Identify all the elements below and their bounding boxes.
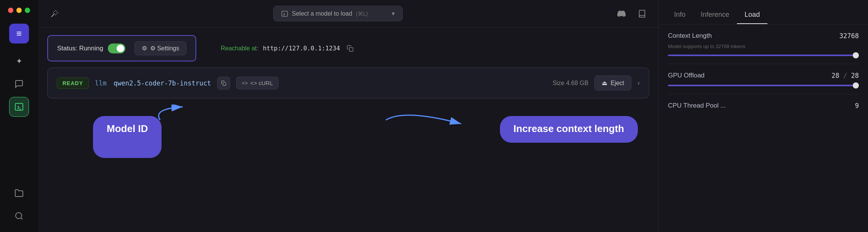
wand-button[interactable] <box>47 6 62 21</box>
right-tabs: Info Inference Load <box>659 0 868 24</box>
context-length-note: Model supports up to 32768 tokens <box>668 44 859 49</box>
gpu-slider-fill <box>668 85 859 86</box>
sidebar-item-wand[interactable]: ✦ <box>9 51 29 71</box>
curl-button[interactable]: <> <> cURL <box>236 77 279 89</box>
right-panel: Info Inference Load Context Length 32768… <box>658 0 868 232</box>
eject-icon: ⏏ <box>602 79 607 87</box>
gpu-offload-slider[interactable] <box>668 85 859 86</box>
context-length-row: Context Length 32768 <box>668 32 859 40</box>
book-icon[interactable] <box>635 6 649 21</box>
model-selector-shortcut: (⌘L) <box>356 11 368 17</box>
context-length-label: Context Length <box>668 32 712 40</box>
close-button[interactable] <box>8 8 13 13</box>
svg-rect-4 <box>282 11 288 16</box>
curl-icon: <> <box>242 80 248 86</box>
reachable-area: Reachable at: http://127.0.0.1:1234 <box>221 43 356 54</box>
content-area: Status: Running ⚙ ⚙ Settings Reachable a… <box>38 27 658 232</box>
maximize-button[interactable] <box>25 8 30 13</box>
status-bar: Status: Running ⚙ ⚙ Settings <box>47 35 196 61</box>
model-size: Size 4.68 GB <box>553 80 588 87</box>
topbar-right <box>614 6 649 21</box>
divider-1 <box>668 64 859 64</box>
slider-fill <box>668 55 859 56</box>
model-card: READY llm qwen2.5-coder-7b-instruct <> <box>47 68 649 98</box>
copy-url-button[interactable] <box>344 43 356 54</box>
cpu-thread-pool-label: CPU Thread Pool ... <box>668 102 726 110</box>
cpu-thread-pool-row: CPU Thread Pool ... 9 <box>668 102 859 110</box>
gpu-slider-track <box>668 85 859 86</box>
context-length-section: Context Length 32768 Model supports up t… <box>668 32 859 56</box>
tab-info[interactable]: Info <box>666 6 693 24</box>
model-selector-label: Select a model to load <box>292 10 352 17</box>
eject-label: Eject <box>610 80 624 87</box>
svg-rect-0 <box>15 103 23 110</box>
model-selector[interactable]: Select a model to load (⌘L) ▾ <box>273 6 403 21</box>
curl-label: <> cURL <box>250 80 273 86</box>
sidebar-item-chat[interactable] <box>9 74 29 94</box>
right-content: Context Length 32768 Model supports up t… <box>659 24 868 232</box>
discord-icon[interactable] <box>614 6 629 21</box>
tab-inference[interactable]: Inference <box>693 6 737 24</box>
topbar-left <box>47 6 62 21</box>
sidebar-item-folder[interactable] <box>9 183 29 203</box>
context-length-value: 32768 <box>839 32 859 40</box>
gpu-offload-label: GPU Offload <box>668 72 705 79</box>
status-running: Status: Running <box>57 44 125 53</box>
cpu-thread-pool-value: 9 <box>855 102 859 110</box>
sidebar-item-search[interactable] <box>9 206 29 226</box>
gpu-offload-row: GPU Offload 28 / 28 <box>668 72 859 79</box>
traffic-lights <box>8 8 30 13</box>
callout-context: Increase context length <box>500 116 638 143</box>
server-url: http://127.0.0.1:1234 <box>263 45 340 52</box>
topbar: Select a model to load (⌘L) ▾ <box>38 0 658 27</box>
svg-line-3 <box>21 218 22 219</box>
svg-rect-6 <box>223 82 226 85</box>
settings-label: ⚙ Settings <box>150 45 179 52</box>
callout-area: Model ID Increase context length <box>47 105 649 166</box>
copy-model-id-button[interactable] <box>217 77 230 90</box>
status-label: Status: Running <box>57 45 103 52</box>
eject-button[interactable]: ⏏ Eject <box>594 76 631 90</box>
gear-icon: ⚙ <box>142 45 147 52</box>
divider-2 <box>668 94 859 94</box>
svg-point-2 <box>16 213 22 219</box>
tab-load[interactable]: Load <box>737 6 767 24</box>
context-length-slider[interactable] <box>668 55 859 56</box>
main-area: Select a model to load (⌘L) ▾ <box>38 0 658 232</box>
topbar-center: Select a model to load (⌘L) ▾ <box>273 6 403 21</box>
slider-thumb[interactable] <box>853 52 859 58</box>
chevron-down-icon: ▾ <box>392 10 395 17</box>
gpu-slider-thumb[interactable] <box>853 82 859 89</box>
model-card-left: READY llm qwen2.5-coder-7b-instruct <> <box>57 77 279 90</box>
svg-rect-5 <box>349 47 353 51</box>
server-status-row: Status: Running ⚙ ⚙ Settings Reachable a… <box>47 35 649 61</box>
model-card-right: Size 4.68 GB ⏏ Eject › <box>553 76 640 90</box>
app-logo: ≡ <box>9 24 29 44</box>
model-name: qwen2.5-coder-7b-instruct <box>114 79 211 87</box>
cpu-thread-pool-section: CPU Thread Pool ... 9 <box>668 102 859 110</box>
settings-button[interactable]: ⚙ ⚙ Settings <box>135 41 186 55</box>
model-prefix: llm <box>95 79 107 87</box>
ready-badge: READY <box>57 77 89 89</box>
gpu-offload-section: GPU Offload 28 / 28 <box>668 72 859 86</box>
slider-track <box>668 55 859 56</box>
server-panel: Status: Running ⚙ ⚙ Settings Reachable a… <box>47 35 649 224</box>
gpu-offload-value: 28 / 28 <box>831 72 859 79</box>
sidebar-item-terminal[interactable] <box>9 97 29 117</box>
expand-button[interactable]: › <box>637 79 640 87</box>
sidebar: ≡ ✦ <box>0 0 38 232</box>
minimize-button[interactable] <box>16 8 22 13</box>
running-toggle[interactable] <box>108 44 125 53</box>
reachable-label: Reachable at: <box>221 45 258 52</box>
callout-model-id: Model ID <box>93 116 162 158</box>
model-id: llm qwen2.5-coder-7b-instruct <box>95 79 211 87</box>
